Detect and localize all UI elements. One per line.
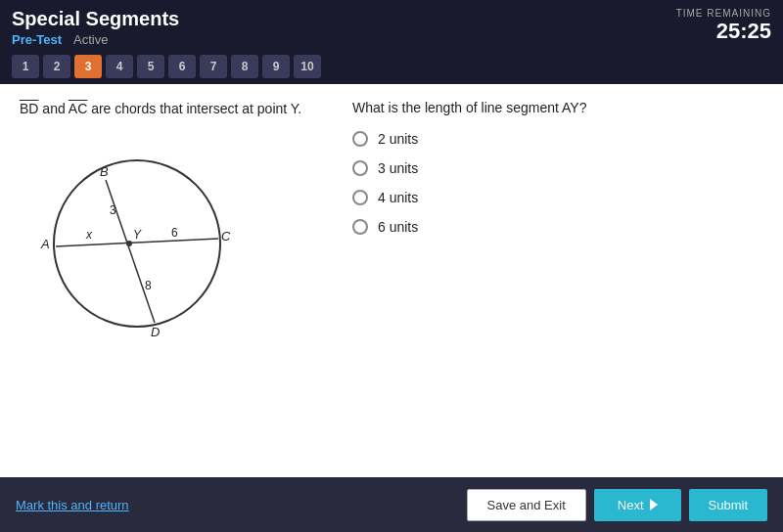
and-text: and: [42, 101, 68, 116]
time-remaining-label: TIME REMAINING: [676, 8, 771, 19]
subtitle-row: Pre-Test Active: [12, 32, 179, 47]
label-y: Y: [133, 228, 142, 242]
next-button[interactable]: Next: [594, 489, 681, 521]
choice-a[interactable]: 2 units: [352, 131, 763, 147]
main-content: BD and AC are chords that intersect at p…: [0, 84, 783, 477]
choice-c-label: 4 units: [378, 190, 418, 205]
label-b: B: [100, 164, 109, 179]
choice-c[interactable]: 4 units: [352, 190, 763, 205]
label-x: x: [85, 228, 93, 242]
label-8: 8: [145, 279, 152, 292]
answer-section: What is the length of line segment AY? 2…: [352, 100, 763, 467]
radio-d[interactable]: [352, 219, 368, 235]
chord-description: are chords that intersect at point Y.: [91, 101, 301, 116]
active-label: Active: [73, 32, 108, 47]
radio-c[interactable]: [352, 190, 368, 205]
chord-bd: BD: [20, 101, 38, 116]
question-text: BD and AC are chords that intersect at p…: [20, 100, 333, 119]
question-bar: 12345678910: [0, 51, 783, 84]
bottom-bar: Mark this and return Save and Exit Next …: [0, 477, 783, 532]
bottom-right-buttons: Save and Exit Next Submit: [467, 489, 767, 521]
mark-return-link[interactable]: Mark this and return: [16, 498, 129, 512]
diagram-svg: B D A C Y 3 x 6 8: [29, 131, 245, 346]
save-exit-button[interactable]: Save and Exit: [467, 489, 586, 521]
time-value: 25:25: [676, 19, 771, 44]
radio-a[interactable]: [352, 131, 368, 147]
header: Special Segments Pre-Test Active TIME RE…: [0, 0, 783, 51]
choice-d-label: 6 units: [378, 219, 418, 235]
label-6: 6: [171, 226, 178, 240]
choice-d[interactable]: 6 units: [352, 219, 763, 235]
choice-b-label: 3 units: [378, 160, 418, 176]
question-number-5[interactable]: 5: [137, 55, 164, 78]
radio-b[interactable]: [352, 160, 368, 176]
answer-question: What is the length of line segment AY?: [352, 100, 763, 115]
choice-b[interactable]: 3 units: [352, 160, 763, 176]
svg-line-1: [106, 180, 155, 323]
question-number-2[interactable]: 2: [43, 55, 70, 78]
pre-test-label: Pre-Test: [12, 32, 62, 47]
timer-section: TIME REMAINING 25:25: [676, 8, 771, 44]
submit-button[interactable]: Submit: [689, 489, 767, 521]
label-3: 3: [110, 203, 116, 217]
question-number-9[interactable]: 9: [262, 55, 290, 78]
chord-ac: AC: [69, 101, 87, 116]
label-c: C: [221, 229, 231, 244]
label-d: D: [151, 325, 160, 339]
diagram-section: BD and AC are chords that intersect at p…: [20, 100, 333, 467]
question-number-3[interactable]: 3: [74, 55, 102, 78]
question-number-4[interactable]: 4: [106, 55, 133, 78]
diagram-container: B D A C Y 3 x 6 8: [29, 131, 245, 346]
question-number-6[interactable]: 6: [168, 55, 196, 78]
question-number-10[interactable]: 10: [294, 55, 321, 78]
svg-point-0: [54, 160, 220, 327]
question-number-7[interactable]: 7: [200, 55, 227, 78]
question-area: BD and AC are chords that intersect at p…: [20, 100, 763, 467]
page-title: Special Segments: [12, 8, 179, 30]
question-number-8[interactable]: 8: [231, 55, 258, 78]
svg-point-3: [126, 241, 132, 246]
choice-a-label: 2 units: [378, 131, 418, 147]
header-left: Special Segments Pre-Test Active: [12, 8, 179, 47]
question-number-1[interactable]: 1: [12, 55, 39, 78]
label-a: A: [40, 237, 50, 251]
